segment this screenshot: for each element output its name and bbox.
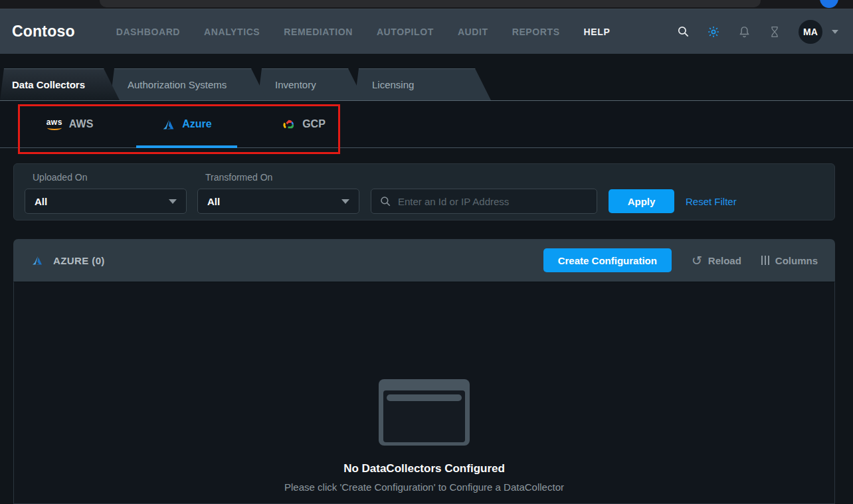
gcp-logo-icon bbox=[282, 118, 296, 131]
columns-button[interactable]: Columns bbox=[761, 255, 818, 266]
tab-data-collectors[interactable]: Data Collectors bbox=[0, 68, 120, 100]
tab-inventory[interactable]: Inventory bbox=[258, 68, 364, 100]
empty-state-title: No DataCollectors Configured bbox=[343, 462, 505, 475]
reset-filter-link[interactable]: Reset Filter bbox=[686, 196, 737, 207]
reload-button[interactable]: ↺ Reload bbox=[692, 254, 741, 267]
nav-audit[interactable]: AUDIT bbox=[458, 27, 488, 37]
provider-tab-azure-label: Azure bbox=[182, 118, 211, 130]
columns-icon bbox=[761, 256, 769, 265]
nav-autopilot[interactable]: AUTOPILOT bbox=[377, 27, 434, 37]
search-icon bbox=[379, 195, 391, 207]
hourglass-icon[interactable] bbox=[768, 25, 781, 39]
provider-tab-aws-label: AWS bbox=[69, 118, 93, 130]
id-search-box bbox=[371, 189, 597, 214]
user-avatar[interactable]: MA bbox=[799, 20, 822, 44]
reload-label: Reload bbox=[708, 255, 741, 266]
active-tab-indicator bbox=[136, 145, 237, 148]
apply-button[interactable]: Apply bbox=[609, 189, 674, 213]
nav-remediation[interactable]: REMEDIATION bbox=[284, 27, 353, 37]
reload-icon: ↺ bbox=[692, 254, 702, 267]
empty-state-card-icon bbox=[379, 379, 470, 446]
columns-label: Columns bbox=[775, 255, 818, 266]
id-search-input[interactable] bbox=[398, 196, 589, 207]
provider-tab-bar: aws AWS Azure bbox=[0, 101, 853, 148]
transformed-on-label: Transformed On bbox=[197, 172, 272, 183]
app-page: Contoso DASHBOARD ANALYTICS REMEDIATION … bbox=[0, 0, 853, 504]
user-menu-caret-icon[interactable] bbox=[832, 30, 838, 34]
uploaded-on-select[interactable]: All bbox=[25, 189, 187, 214]
azure-logo-icon bbox=[161, 118, 175, 131]
main-nav: DASHBOARD ANALYTICS REMEDIATION AUTOPILO… bbox=[116, 27, 611, 37]
provider-tab-gcp-label: GCP bbox=[302, 118, 326, 130]
filter-panel: Uploaded On Transformed On All All Apply… bbox=[13, 163, 835, 220]
transformed-on-value: All bbox=[207, 196, 220, 207]
provider-tab-azure[interactable]: Azure bbox=[136, 101, 237, 147]
uploaded-on-label: Uploaded On bbox=[25, 172, 197, 183]
tab-authorization-systems[interactable]: Authorization Systems bbox=[110, 68, 267, 100]
aws-logo-icon: aws bbox=[47, 118, 62, 130]
create-configuration-button[interactable]: Create Configuration bbox=[543, 248, 672, 272]
search-icon[interactable] bbox=[676, 25, 690, 39]
panel-title: AZURE (0) bbox=[31, 254, 105, 267]
azure-logo-icon bbox=[31, 254, 44, 267]
panel-header: AZURE (0) Create Configuration ↺ Reload … bbox=[13, 239, 835, 282]
nav-analytics[interactable]: ANALYTICS bbox=[204, 27, 260, 37]
header-actions: MA bbox=[696, 20, 838, 44]
uploaded-on-value: All bbox=[35, 196, 47, 207]
panel-actions: Create Configuration ↺ Reload Columns bbox=[543, 248, 818, 272]
chevron-down-icon bbox=[169, 199, 177, 204]
browser-address-bar[interactable] bbox=[100, 0, 761, 7]
provider-tab-gcp[interactable]: GCP bbox=[253, 101, 354, 147]
panel-title-text: AZURE (0) bbox=[53, 255, 105, 266]
browser-profile-avatar[interactable] bbox=[820, 0, 838, 8]
panel-body: No DataCollectors Configured Please clic… bbox=[13, 282, 835, 504]
chevron-down-icon bbox=[341, 199, 349, 204]
module-tab-strip: Data Collectors Authorization Systems In… bbox=[0, 54, 853, 101]
nav-reports[interactable]: REPORTS bbox=[512, 27, 560, 37]
empty-state-subtitle: Please click 'Create Configuration' to C… bbox=[284, 481, 564, 493]
azure-collectors-panel: AZURE (0) Create Configuration ↺ Reload … bbox=[13, 239, 835, 504]
nav-help[interactable]: HELP bbox=[584, 27, 611, 37]
transformed-on-select[interactable]: All bbox=[197, 189, 359, 214]
notifications-bell-icon[interactable] bbox=[737, 25, 751, 39]
app-header: Contoso DASHBOARD ANALYTICS REMEDIATION … bbox=[0, 9, 853, 54]
settings-gear-icon[interactable] bbox=[707, 25, 720, 39]
provider-tab-aws[interactable]: aws AWS bbox=[19, 101, 120, 147]
brand-logo[interactable]: Contoso bbox=[12, 23, 75, 41]
browser-chrome-strip bbox=[0, 0, 853, 9]
tab-licensing[interactable]: Licensing bbox=[355, 68, 491, 100]
nav-dashboard[interactable]: DASHBOARD bbox=[116, 27, 180, 37]
